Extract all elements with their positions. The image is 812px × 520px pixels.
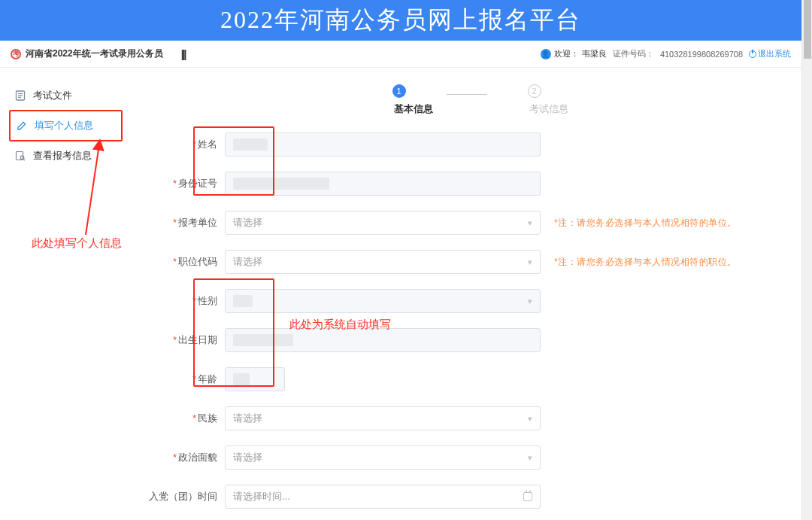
sidebar-item-label: 考试文件 (33, 89, 72, 102)
note-post: *注：请您务必选择与本人情况相符的职位。 (554, 256, 737, 269)
step-label: 考试信息 (493, 102, 576, 116)
banner: 2022年河南公务员网上报名平台 (0, 0, 801, 41)
placeholder: 请选择 (233, 255, 262, 269)
sidebar: 考试文件 填写个人信息 查看报考信息 (0, 68, 132, 520)
svg-line-7 (86, 144, 99, 235)
label-idnum: *身份证号 (142, 177, 225, 190)
chevron-down-icon: ▾ (528, 414, 532, 424)
search-doc-icon (15, 151, 26, 161)
scrollbar-thumb[interactable] (804, 0, 811, 59)
label-gender: *性别 (142, 294, 225, 308)
step-exam-info[interactable]: 2 考试信息 (493, 84, 576, 116)
masked-value (233, 373, 250, 385)
row-gender: *性别 ▾ (142, 289, 791, 313)
placeholder: 请选择 (233, 216, 262, 230)
step-number: 2 (528, 84, 541, 98)
scrollbar-vertical[interactable] (801, 0, 812, 520)
note-unit: *注：请您务必选择与本人情况相符的单位。 (554, 217, 737, 230)
label-party-time: 入党（团）时间 (142, 490, 225, 503)
power-icon (749, 50, 756, 58)
welcome-prefix: 欢迎： (554, 48, 579, 59)
welcome-block: 👤 欢迎：韦梁良 (541, 48, 607, 59)
logo-icon: 考 (11, 49, 21, 59)
id-value: 410328199808269708 (660, 50, 743, 59)
chevron-down-icon: ▾ (528, 453, 532, 463)
select-post[interactable]: 请选择▾ (225, 250, 541, 274)
step-basic-info[interactable]: 1 基本信息 (358, 84, 441, 116)
sidebar-item-fill-info[interactable]: 填写个人信息 (11, 111, 121, 140)
label-birth: *出生日期 (142, 333, 225, 347)
label-age: *年龄 (142, 373, 225, 386)
logout-label: 退出系统 (758, 48, 791, 59)
topbar-right: 👤 欢迎：韦梁良 证件号码：410328199808269708 退出系统 (541, 48, 791, 59)
label-name: *姓名 (142, 138, 225, 151)
label-unit: *报考单位 (142, 216, 225, 230)
chevron-down-icon: ▾ (528, 218, 532, 228)
row-name: *姓名 (142, 132, 791, 157)
collapse-icon[interactable]: ||| (181, 48, 186, 60)
row-birth: *出生日期 (142, 328, 791, 352)
row-nation: *民族 请选择▾ (142, 406, 791, 430)
calendar-icon (523, 492, 532, 501)
masked-value (233, 138, 268, 151)
datepicker-party-time[interactable]: 请选择时间... (225, 485, 541, 509)
input-name[interactable] (225, 132, 541, 157)
steps: 1 基本信息 2 考试信息 (142, 84, 791, 116)
document-icon (15, 90, 26, 101)
placeholder: 请选择 (233, 412, 262, 425)
chevron-down-icon: ▾ (528, 257, 532, 267)
step-connector (447, 94, 487, 95)
annotation-autofill-text: 此处为系统自动填写 (289, 318, 391, 332)
sidebar-item-docs[interactable]: 考试文件 (9, 81, 123, 110)
svg-point-5 (20, 156, 24, 160)
select-gender[interactable]: ▾ (225, 289, 541, 313)
annotation-arrow-icon (83, 140, 135, 241)
select-politic[interactable]: 请选择▾ (225, 445, 541, 470)
row-age: *年龄 (142, 367, 791, 391)
row-idnum: *身份证号 (142, 172, 791, 196)
select-unit[interactable]: 请选择▾ (225, 211, 541, 235)
exam-name: 河南省2022年统一考试录用公务员 (26, 47, 163, 60)
select-nation[interactable]: 请选择▾ (225, 406, 541, 430)
label-post: *职位代码 (142, 255, 225, 269)
label-nation: *民族 (142, 412, 225, 425)
row-post: *职位代码 请选择▾ *注：请您务必选择与本人情况相符的职位。 (142, 250, 791, 274)
row-unit: *报考单位 请选择▾ *注：请您务必选择与本人情况相符的单位。 (142, 211, 791, 235)
form: 此处为系统自动填写 *姓名 *身份证号 *报考单位 请选择▾ *注：请您务必选择… (142, 132, 791, 520)
app-viewport: 2022年河南公务员网上报名平台 考 河南省2022年统一考试录用公务员 |||… (0, 0, 812, 520)
label-politic: *政治面貌 (142, 451, 225, 464)
topbar-left: 考 河南省2022年统一考试录用公务员 ||| (11, 47, 185, 60)
step-number: 1 (392, 84, 406, 98)
annotation-sidebar-box: 填写个人信息 (9, 110, 123, 141)
input-idnum[interactable] (225, 172, 541, 196)
user-name: 韦梁良 (582, 48, 607, 59)
masked-value (233, 178, 329, 190)
svg-line-6 (23, 159, 25, 160)
sidebar-item-label: 填写个人信息 (35, 119, 93, 132)
placeholder: 请选择 (233, 451, 262, 464)
row-party-time: 入党（团）时间 请选择时间... (142, 485, 791, 509)
masked-value (233, 295, 253, 307)
step-label: 基本信息 (358, 102, 441, 116)
input-age[interactable] (225, 367, 285, 391)
chevron-down-icon: ▾ (528, 296, 532, 306)
placeholder: 请选择时间... (233, 490, 290, 503)
logout-link[interactable]: 退出系统 (749, 48, 791, 59)
user-icon: 👤 (541, 49, 551, 59)
main-content: 1 基本信息 2 考试信息 此处为系统自动填写 *姓名 (132, 68, 801, 520)
row-politic: *政治面貌 请选择▾ (142, 445, 791, 470)
edit-icon (17, 120, 27, 131)
banner-title: 2022年河南公务员网上报名平台 (220, 4, 581, 37)
body: 考试文件 填写个人信息 查看报考信息 1 (0, 68, 801, 520)
masked-value (233, 334, 293, 346)
topbar: 考 河南省2022年统一考试录用公务员 ||| 👤 欢迎：韦梁良 证件号码：41… (0, 41, 801, 68)
id-label: 证件号码： (613, 48, 654, 59)
